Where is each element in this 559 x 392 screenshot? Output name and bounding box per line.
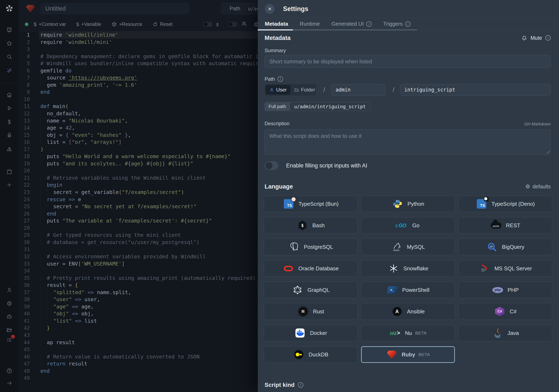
calendar-icon[interactable] <box>6 169 12 176</box>
owner-input[interactable]: admin <box>331 84 385 96</box>
code-line[interactable]: 13 name = "Nicolas Bourbaki", <box>19 117 258 125</box>
play-icon[interactable] <box>6 105 12 112</box>
code-line[interactable]: 33 user = ENV['WM_USERNAME'] <box>19 260 258 268</box>
language-typescript-deno[interactable]: TSTypeScript (Deno) <box>458 196 552 212</box>
code-line[interactable]: 21 # Retrieve variables using the Windmi… <box>19 174 258 182</box>
language-duckdb[interactable]: DuckDB <box>264 346 358 363</box>
code-line[interactable]: 16 list = ["or", "arrays!"] <box>19 139 258 146</box>
editor-settings-gear-icon[interactable]: ⚙ <box>254 21 258 28</box>
owner-user-option[interactable]: User <box>266 85 290 95</box>
code-line[interactable]: 28 <box>19 225 258 232</box>
code-line[interactable]: 37 "splitted" => name.split, <box>19 289 258 296</box>
home-icon[interactable] <box>6 92 12 99</box>
language-bigquery[interactable]: BigQuery <box>458 239 552 255</box>
code-line[interactable]: 29 # Get typed resources using the mini … <box>19 232 258 239</box>
language-ms-sql-server[interactable]: MS SQL Server <box>458 260 552 277</box>
language-java[interactable]: JavaJava <box>458 325 552 341</box>
code-line[interactable]: 36 result = { <box>19 282 258 289</box>
description-textarea[interactable]: What this script does and how to use it <box>265 129 551 155</box>
code-line[interactable]: 48end <box>19 368 258 375</box>
code-line[interactable]: 17) <box>19 146 258 153</box>
tab-metadata[interactable]: Metadata <box>265 21 288 27</box>
summary-input[interactable]: Short summary to be displayed when liste… <box>265 55 551 68</box>
language-nu[interactable]: nu>NuBETA <box>361 325 455 341</box>
code-line[interactable]: 34 <box>19 267 258 275</box>
language-defaults-button[interactable]: ⚙ defaults <box>525 183 551 190</box>
owner-folder-option[interactable]: Folder <box>290 85 319 95</box>
folder-icon[interactable] <box>6 327 12 334</box>
mute-control[interactable]: Mute i <box>522 35 551 41</box>
code-line[interactable]: 47 return result <box>19 360 258 368</box>
help-icon[interactable] <box>6 368 12 375</box>
code-line[interactable]: 7 source 'https://rubygems.org' <box>19 74 258 82</box>
resize-handle-icon[interactable] <box>546 150 550 153</box>
code-editor[interactable]: 1require 'windmill/inline'2require 'wind… <box>19 31 258 392</box>
plus-icon[interactable] <box>6 182 12 189</box>
script-name-input[interactable]: intriguing_script <box>400 84 551 96</box>
code-line[interactable]: 24 rescue => e <box>19 196 258 203</box>
reset-button[interactable]: Reset <box>153 21 172 27</box>
code-line[interactable]: 49 <box>19 375 258 382</box>
list-icon[interactable] <box>6 337 12 344</box>
language-go[interactable]: GOGo <box>361 217 455 234</box>
person-icon[interactable] <box>6 287 12 294</box>
code-line[interactable]: 27 puts "The variable at 'f/examples/sec… <box>19 217 258 225</box>
tab-generated-ui[interactable]: Generated UIi <box>331 21 372 27</box>
tab-runtime[interactable]: Runtime <box>300 21 320 27</box>
close-button[interactable]: × <box>265 4 275 14</box>
multiplayer-toggle[interactable] <box>228 22 237 27</box>
code-line[interactable]: 32 # Access environment variables provid… <box>19 253 258 260</box>
dollar-icon[interactable] <box>6 119 12 126</box>
code-line[interactable]: 1require 'windmill/inline' <box>19 31 258 39</box>
ai-fill-toggle[interactable] <box>265 161 278 170</box>
language-ruby[interactable]: RubyBETA <box>361 346 455 363</box>
search-icon[interactable] <box>6 54 12 61</box>
language-mysql[interactable]: MySQLMySQL <box>361 239 455 255</box>
wand-icon[interactable] <box>6 67 12 74</box>
code-line[interactable]: 46 # Return value is automatically conve… <box>19 353 258 361</box>
language-bash[interactable]: $Bash <box>264 217 358 234</box>
star-icon[interactable] <box>6 40 12 47</box>
code-line[interactable]: 31 <box>19 246 258 253</box>
language-php[interactable]: phpPHP <box>458 282 552 298</box>
language-graphql[interactable]: GraphQL <box>264 282 358 298</box>
language-postgresql[interactable]: PostgreSQL <box>264 239 358 255</box>
language-rust[interactable]: RRust <box>264 303 358 320</box>
code-line[interactable]: 23 secret = get_variable("f/examples/sec… <box>19 189 258 196</box>
arrow-icon[interactable] <box>6 380 12 387</box>
language-docker[interactable]: Docker <box>264 325 358 341</box>
code-line[interactable]: 19 puts "and its acolytes.. #{age} #{obj… <box>19 160 258 167</box>
code-line[interactable]: 3 <box>19 46 258 53</box>
diff-mode-toggle[interactable] <box>203 22 213 27</box>
code-line[interactable]: 20 <box>19 167 258 174</box>
code-line[interactable]: 9end <box>19 89 258 96</box>
add-resource-button[interactable]: +Resource <box>112 21 142 27</box>
add-context-var-button[interactable]: $ +Context var <box>34 21 66 27</box>
code-line[interactable]: 8 gem 'amazing_print', '~> 1.6' <box>19 82 258 89</box>
gear-icon[interactable]: ⚙ <box>7 301 12 307</box>
language-ansible[interactable]: AAnsible <box>361 303 455 320</box>
building-icon[interactable] <box>6 27 12 34</box>
code-line[interactable]: 30 # database = get_resource("u/user/my_… <box>19 239 258 246</box>
code-line[interactable]: 39 "age" => age, <box>19 303 258 310</box>
language-snowflake[interactable]: Snowflake <box>361 260 455 277</box>
code-line[interactable]: 41 "list" => list <box>19 318 258 325</box>
code-line[interactable]: 14 age = 42, <box>19 124 258 132</box>
code-line[interactable]: 15 obj = { "even": "hashes" }, <box>19 132 258 139</box>
code-line[interactable]: 44 ap result <box>19 339 258 346</box>
code-line[interactable]: 43 <box>19 332 258 339</box>
code-line[interactable]: 25 secret = "No secret yet at f/examples… <box>19 203 258 210</box>
add-variable-button[interactable]: $ +Variable <box>76 21 101 27</box>
code-line[interactable]: 6gemfile do <box>19 67 258 74</box>
code-line[interactable]: 11def main( <box>19 103 258 110</box>
code-line[interactable]: 2require 'windmill/mini' <box>19 39 258 46</box>
code-line[interactable]: 5# Windmill uses bundler/inline compatib… <box>19 60 258 67</box>
language-c[interactable]: C#C# <box>458 303 552 320</box>
code-line[interactable]: 40 "obj" => obj, <box>19 310 258 318</box>
tab-triggers[interactable]: Triggersi <box>383 21 410 27</box>
language-python[interactable]: Python <box>361 196 455 212</box>
code-line[interactable]: 22 begin <box>19 182 258 189</box>
robot-icon[interactable] <box>6 314 12 321</box>
code-line[interactable]: 12 no_default, <box>19 110 258 117</box>
code-line[interactable]: 35 # Pretty print results using amazing_… <box>19 275 258 282</box>
